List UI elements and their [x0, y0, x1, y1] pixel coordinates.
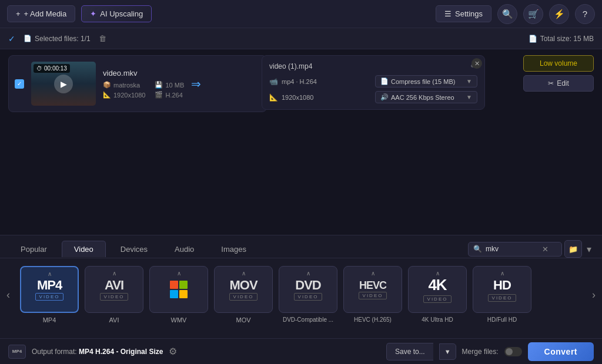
- format-next-button[interactable]: ›: [586, 265, 602, 324]
- clock-icon: ⏱: [36, 65, 42, 72]
- tab-images[interactable]: Images: [209, 241, 259, 257]
- selected-files-label: Selected files: 1/1: [35, 35, 91, 43]
- file-icon: 📄: [24, 35, 32, 42]
- merge-toggle[interactable]: [504, 347, 522, 356]
- output-header: video (1).mp4 ✏: [269, 62, 477, 70]
- toggle-knob: [506, 348, 513, 355]
- action-buttons: Low volume ✂ Edit: [523, 55, 594, 92]
- low-volume-button[interactable]: Low volume: [523, 55, 594, 72]
- convert-arrow-icon[interactable]: ⇒: [191, 77, 201, 91]
- ai-upscaling-button[interactable]: ✦ AI Upscaling: [81, 5, 152, 22]
- format-box-hd[interactable]: ∧ HD VIDEO: [473, 266, 531, 313]
- format-box-avi[interactable]: ∧ AVI VIDEO: [85, 266, 143, 313]
- format-item-avi[interactable]: ∧ AVI VIDEO AVI: [85, 266, 143, 323]
- mp4-chevron-icon: ∧: [48, 271, 52, 277]
- format-search-box: 🔍 ✕: [468, 242, 562, 257]
- 4k-label: 4K Ultra HD: [422, 316, 453, 323]
- avi-sub: VIDEO: [100, 293, 129, 301]
- format-item-hevc[interactable]: ∧ HEVC VIDEO HEVC (H.265): [343, 266, 402, 323]
- tab-video[interactable]: Video: [62, 241, 106, 257]
- help-button[interactable]: ?: [575, 4, 595, 24]
- cart-button[interactable]: 🛒: [523, 4, 543, 24]
- output-filename: video (1).mp4: [269, 62, 471, 70]
- format-grid: ∧ MP4 VIDEO MP4 ∧ AVI VIDEO AVI ∧: [16, 266, 586, 323]
- tab-popular[interactable]: Popular: [8, 241, 59, 257]
- total-size-label: Total size: 15 MB: [540, 35, 594, 43]
- format-box-mp4[interactable]: ∧ MP4 VIDEO: [20, 266, 79, 313]
- convert-button[interactable]: Convert: [528, 342, 594, 361]
- codec-icon: 🎬: [155, 91, 163, 99]
- format-settings-icon[interactable]: ⚙: [169, 346, 177, 357]
- edit-button[interactable]: ✂ Edit: [523, 75, 594, 92]
- chevron-down-icon: ▾: [587, 244, 591, 254]
- dvd-logo: DVD: [295, 279, 320, 292]
- ai-icon: ✦: [90, 9, 96, 18]
- play-button[interactable]: ▶: [54, 75, 73, 93]
- search-clear-icon[interactable]: ✕: [542, 245, 549, 254]
- format-tabs: Popular Video Devices Audio Images 🔍 ✕ 📁…: [0, 235, 602, 258]
- status-bar: MP4 Output format: MP4 H.264 - Original …: [0, 338, 602, 364]
- 4k-logo: 4K: [428, 276, 446, 294]
- format-box-wmv[interactable]: ∧: [149, 266, 208, 313]
- tab-devices[interactable]: Devices: [108, 241, 160, 257]
- audio-icon: 🔊: [380, 93, 389, 101]
- codec-value: H.264: [165, 92, 182, 99]
- save-dropdown-icon: ▼: [444, 348, 451, 355]
- right-arrow-icon: ›: [592, 289, 596, 301]
- video-thumbnail[interactable]: ⏱ 00:00:13 ▶: [31, 62, 96, 106]
- save-to-button[interactable]: Save to...: [386, 343, 433, 360]
- folder-button[interactable]: 📁: [564, 240, 582, 258]
- tab-devices-label: Devices: [121, 245, 148, 254]
- mov-chevron-icon: ∧: [242, 270, 246, 277]
- format-box-mov[interactable]: ∧ MOV VIDEO: [214, 266, 273, 313]
- format-section: Popular Video Devices Audio Images 🔍 ✕ 📁…: [0, 235, 602, 364]
- output-format-value: MP4 H.264 - Original Size: [79, 348, 163, 356]
- format-icon: 📹: [269, 77, 278, 86]
- file-info: video.mkv 📦 matroska 💾 10 MB 📐 1920x1080…: [103, 69, 184, 99]
- format-item-mov[interactable]: ∧ MOV VIDEO MOV: [214, 266, 273, 323]
- search-button[interactable]: 🔍: [497, 4, 517, 24]
- settings-label: Settings: [455, 9, 483, 18]
- format-box-hevc[interactable]: ∧ HEVC VIDEO: [343, 266, 402, 313]
- output-resolution-value: 1920x1080: [282, 94, 313, 101]
- file-checkbox[interactable]: ✓: [15, 79, 24, 89]
- timestamp-badge: ⏱ 00:00:13: [34, 64, 70, 73]
- total-size: 📄 Total size: 15 MB: [529, 35, 594, 43]
- format-item-4k[interactable]: ∧ 4K VIDEO 4K Ultra HD: [408, 266, 467, 323]
- low-volume-label: Low volume: [540, 59, 577, 68]
- save-to-dropdown-button[interactable]: ▼: [439, 343, 456, 360]
- settings-button[interactable]: ☰ Settings: [436, 5, 491, 22]
- format-prev-button[interactable]: ‹: [0, 265, 16, 324]
- trash-icon[interactable]: 🗑: [99, 34, 106, 43]
- audio-dropdown[interactable]: 🔊 AAC 256 Kbps Stereo ▼: [375, 91, 477, 103]
- format-search-input[interactable]: [486, 245, 539, 253]
- share-button[interactable]: ⚡: [549, 4, 569, 24]
- resolution-value: 1920x1080: [113, 92, 145, 99]
- hd-logo: HD: [493, 278, 511, 293]
- compress-value: Compress file (15 MB): [391, 78, 455, 85]
- folder-icon: 📁: [568, 245, 578, 254]
- hd-label: HD/Full HD: [487, 316, 517, 323]
- resolution-info: 📐 1920x1080: [103, 91, 145, 99]
- format-box-4k[interactable]: ∧ 4K VIDEO: [408, 266, 467, 313]
- format-box-dvd[interactable]: ∧ DVD VIDEO: [279, 266, 337, 313]
- compress-dropdown[interactable]: 📄 Compress file (15 MB) ▼: [375, 75, 477, 87]
- avi-logo: AVI: [105, 279, 123, 292]
- help-icon: ?: [583, 9, 587, 19]
- format-item-dvd[interactable]: ∧ DVD VIDEO DVD-Compatible ...: [279, 266, 337, 323]
- ai-upscaling-label: AI Upscaling: [100, 9, 143, 18]
- format-item-hd[interactable]: ∧ HD VIDEO HD/Full HD: [473, 266, 531, 323]
- format-item-mp4[interactable]: ∧ MP4 VIDEO MP4: [20, 266, 79, 323]
- merge-files-label: Merge files:: [462, 348, 499, 356]
- add-media-button[interactable]: + + Add Media: [7, 5, 75, 22]
- hevc-chevron-icon: ∧: [371, 270, 375, 277]
- mp4-label: MP4: [43, 316, 56, 323]
- size-icon: 💾: [155, 81, 163, 89]
- close-output-button[interactable]: ✕: [471, 58, 482, 69]
- tab-audio[interactable]: Audio: [162, 241, 206, 257]
- toolbar: + + Add Media ✦ AI Upscaling ☰ Settings …: [0, 0, 602, 28]
- expand-button[interactable]: ▾: [584, 244, 594, 255]
- format-item-wmv[interactable]: ∧ WMV: [149, 266, 208, 323]
- compress-chevron-icon: ▼: [466, 78, 472, 85]
- search-format-icon: 🔍: [473, 245, 482, 253]
